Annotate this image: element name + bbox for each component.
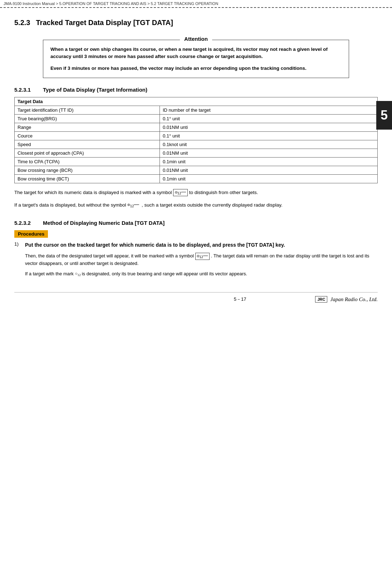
table-cell-col1: Target identification (TT ID)	[15, 106, 160, 114]
table-row: Time to CPA (TCPA) 0.1min unit	[15, 157, 378, 166]
body-text-2: If a target's data is displayed, but wit…	[14, 202, 378, 209]
subsection2-header: 5.2.3.2 Method of Displaying Numeric Dat…	[14, 220, 378, 226]
attention-label: Attention	[180, 36, 212, 42]
footer-page-number: 5－17	[165, 296, 315, 303]
table-row: Speed 0.1knot unit	[15, 140, 378, 149]
table-row: Cource 0.1° unit	[15, 131, 378, 140]
table-cell-col2: 0.01NM unti	[160, 123, 378, 131]
table-cell-col1: Range	[15, 123, 160, 131]
table-row: Target identification (TT ID) ID number …	[15, 106, 378, 114]
table-cell-col2: ID number of the target	[160, 106, 378, 114]
page-content: 5 5.2.3 Tracked Target Data Display [TGT…	[0, 8, 392, 317]
table-row: Bow crossing time (BCT) 0.1min unit	[15, 174, 378, 183]
target-symbol-2: ⊙12──	[127, 202, 142, 207]
subsection2-title: Method of Displaying Numeric Data [TGT D…	[43, 220, 165, 226]
table-cell-col1: Cource	[15, 131, 160, 140]
table-row: Bow crossing range (BCR) 0.01NM unit	[15, 166, 378, 174]
section-title: Tracked Target Data Display [TGT DATA]	[36, 19, 173, 27]
table-cell-col1: True bearing(BRG)	[15, 114, 160, 123]
subsection1-title: Type of Data Display (Target Information…	[43, 87, 147, 93]
jrc-logo: JRC	[315, 296, 327, 303]
table-cell-col2: 0.1° unit	[160, 114, 378, 123]
procedure-1: 1) Put the cursor on the tracked target …	[14, 241, 378, 249]
table-cell-col1: Speed	[15, 140, 160, 149]
table-row: Closest point of approach (CPA) 0.01NM u…	[15, 149, 378, 157]
target-symbol-3: ◎12──	[195, 253, 210, 260]
table-cell-col2: 0.01NM unit	[160, 166, 378, 174]
table-cell-col1: Time to CPA (TCPA)	[15, 157, 160, 166]
table-cell-col1: Bow crossing range (BCR)	[15, 166, 160, 174]
target-symbol-4: ○12	[75, 271, 82, 276]
table-cell-col2: 0.1min unit	[160, 174, 378, 183]
target-data-table: Target Data Target identification (TT ID…	[14, 97, 378, 183]
table-cell-col2: 0.1min unit	[160, 157, 378, 166]
table-cell-col1: Bow crossing time (BCT)	[15, 174, 160, 183]
footer-logo: JRC Japan Radio Co., Ltd.	[315, 296, 378, 303]
subsection2-number: 5.2.3.2	[14, 220, 43, 226]
body-text-1: The target for which its numeric data is…	[14, 189, 378, 197]
table-header-cell: Target Data	[15, 97, 378, 106]
procedure-1-body-2: If a target with the mark ○12 is designa…	[25, 270, 378, 278]
subsection1-header: 5.2.3.1 Type of Data Display (Target Inf…	[14, 87, 378, 93]
subsection1-number: 5.2.3.1	[14, 87, 43, 93]
company-name: Japan Radio Co., Ltd.	[330, 296, 378, 303]
table-header-row: Target Data	[15, 97, 378, 106]
chapter-tab: 5	[376, 101, 392, 130]
attention-paragraph-2: Even if 3 minutes or more has passed, th…	[50, 65, 342, 72]
attention-paragraph-1: When a target or own ship changes its co…	[50, 46, 342, 61]
procedures-badge: Procedures	[14, 230, 48, 238]
section-number: 5.2.3	[14, 19, 30, 27]
procedure-1-title: Put the cursor on the tracked target for…	[25, 241, 285, 249]
table-cell-col2: 0.01NM unit	[160, 149, 378, 157]
table-cell-col2: 0.1° unit	[160, 131, 378, 140]
breadcrumb: JMA-9100 Instruction Manual > 5.OPERATIO…	[0, 0, 392, 8]
table-cell-col1: Closest point of approach (CPA)	[15, 149, 160, 157]
page-footer: 5－17 JRC Japan Radio Co., Ltd.	[14, 292, 378, 303]
breadcrumb-text: JMA-9100 Instruction Manual > 5.OPERATIO…	[4, 1, 218, 6]
target-symbol-1: ◎12──	[173, 189, 188, 196]
table-row: Range 0.01NM unti	[15, 123, 378, 131]
table-row: True bearing(BRG) 0.1° unit	[15, 114, 378, 123]
table-cell-col2: 0.1knot unit	[160, 140, 378, 149]
section-header: 5.2.3 Tracked Target Data Display [TGT D…	[14, 19, 378, 34]
procedure-1-body-1: Then, the data of the designated target …	[25, 252, 378, 267]
procedure-1-num: 1)	[14, 241, 25, 247]
attention-box: Attention When a target or own ship chan…	[43, 40, 349, 78]
